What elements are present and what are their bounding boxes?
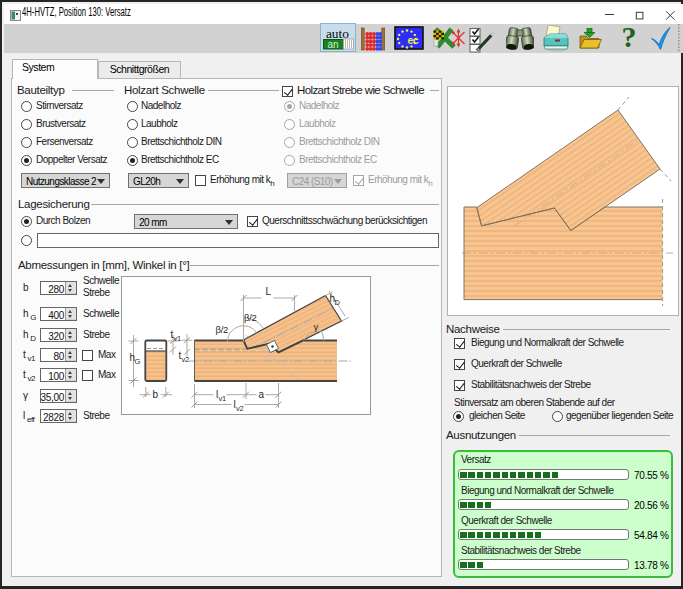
svg-text:v2: v2 [236,404,243,413]
svg-text:β/2: β/2 [244,312,257,323]
svg-text:D: D [335,298,341,307]
svg-text:γ: γ [314,321,319,332]
svg-text:ec: ec [408,34,419,46]
svg-text:b: b [153,389,159,400]
svg-text:a: a [259,389,265,400]
svg-text:v1: v1 [174,334,181,343]
svg-text:v1: v1 [219,394,226,403]
svg-text:L: L [266,286,272,297]
svg-text:v2: v2 [182,355,189,364]
svg-text:β/2: β/2 [216,324,229,335]
svg-text:an: an [327,39,338,50]
svg-text:G: G [135,357,141,366]
